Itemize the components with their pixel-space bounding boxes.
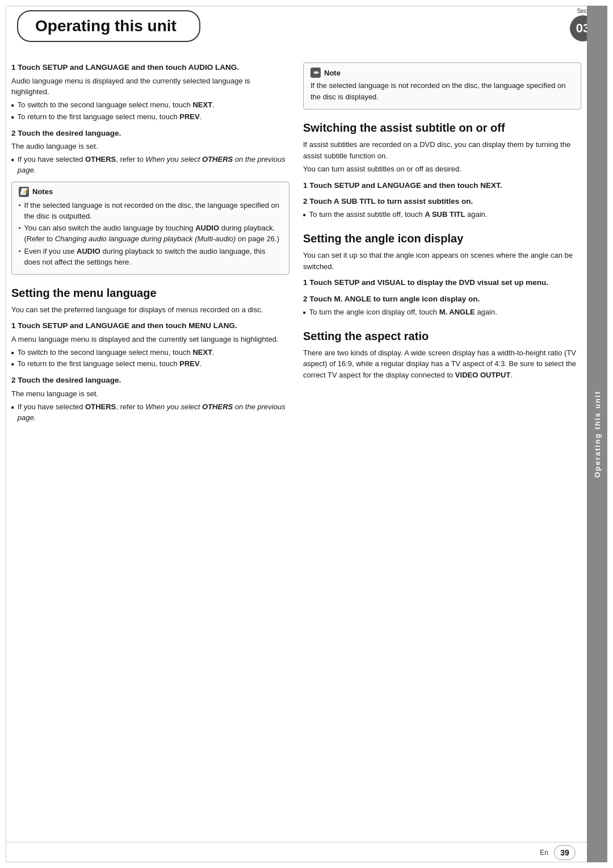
switching-subtitle-heading: Switching the assist subtitle on or off	[303, 121, 581, 135]
footer-page: 39	[554, 845, 576, 860]
sidebar-text: Operating this unit	[593, 391, 602, 478]
bullet-sub-titl: ■ To turn the assist subtitle off, touch…	[303, 209, 581, 220]
bullet-others-audio: ■ If you have selected OTHERS, refer to …	[11, 154, 289, 176]
bullet-prev-menu: ■ To return to the first language select…	[11, 359, 289, 370]
note-icon-right: ✏	[310, 68, 321, 78]
sidebar-label: Operating this unit	[587, 6, 607, 862]
step2-menu-heading: 2 Touch the desired language.	[11, 375, 289, 386]
step2-menu-para: The menu language is set.	[11, 388, 289, 400]
bullet-next-menu: ■ To switch to the second language selec…	[11, 347, 289, 358]
step2-subtitle-heading: 2 Touch A SUB TITL to turn assist subtit…	[303, 196, 581, 207]
note-icon: 📝	[19, 187, 29, 197]
step1-audio-heading: 1 Touch SETUP and LANGUAGE and then touc…	[11, 62, 289, 73]
bullet-others-menu: ■ If you have selected OTHERS, refer to …	[11, 402, 289, 423]
switching-subtitle-para2: You can turn assist subtitles on or off …	[303, 163, 581, 175]
note-box-single: ✏ Note If the selected language is not r…	[303, 62, 581, 110]
menu-lang-intro: You can set the preferred language for d…	[11, 304, 289, 316]
bullet-next-audio: ■ To switch to the second language selec…	[11, 100, 289, 111]
bullet-m-angle: ■ To turn the angle icon display off, to…	[303, 307, 581, 318]
note-text: If the selected language is not recorded…	[310, 80, 574, 102]
note-item-1: • If the selected language is not record…	[19, 200, 282, 222]
note-item-2: • You can also switch the audio language…	[19, 223, 282, 245]
step1-menu-heading: 1 Touch SETUP and LANGUAGE and then touc…	[11, 321, 289, 332]
switching-subtitle-para1: If assist subtitles are recorded on a DV…	[303, 139, 581, 161]
left-column: 1 Touch SETUP and LANGUAGE and then touc…	[11, 57, 289, 840]
page-title: Operating this unit	[35, 17, 177, 35]
right-column: ✏ Note If the selected language is not r…	[303, 57, 581, 840]
bullet-prev-audio: ■ To return to the first language select…	[11, 112, 289, 123]
footer-lang: En	[540, 849, 548, 857]
step1-angle-heading: 1 Touch SETUP and VISUAL to display the …	[303, 278, 581, 288]
step2-audio-heading: 2 Touch the desired language.	[11, 128, 289, 139]
aspect-ratio-heading: Setting the aspect ratio	[303, 329, 581, 343]
step1-audio-para: Audio language menu is displayed and the…	[11, 76, 289, 98]
main-content: 1 Touch SETUP and LANGUAGE and then touc…	[11, 57, 581, 840]
step1-menu-para: A menu language menu is displayed and th…	[11, 334, 289, 345]
step2-audio-para: The audio language is set.	[11, 141, 289, 152]
menu-lang-heading: Setting the menu language	[11, 286, 289, 300]
footer: En 39	[6, 842, 587, 862]
note-title: ✏ Note	[310, 68, 574, 78]
step2-angle-heading: 2 Touch M. ANGLE to turn angle icon disp…	[303, 294, 581, 305]
notes-box: 📝 Notes • If the selected language is no…	[11, 182, 289, 275]
angle-icon-heading: Setting the angle icon display	[303, 232, 581, 245]
notes-title: 📝 Notes	[19, 187, 282, 197]
step1-subtitle-heading: 1 Touch SETUP and LANGUAGE and then touc…	[303, 181, 581, 191]
title-box: Operating this unit	[17, 10, 200, 42]
note-item-3: • Even if you use AUDIO during playback …	[19, 246, 282, 268]
angle-icon-para: You can set it up so that the angle icon…	[303, 250, 581, 272]
aspect-ratio-para: There are two kinds of display. A wide s…	[303, 347, 581, 381]
